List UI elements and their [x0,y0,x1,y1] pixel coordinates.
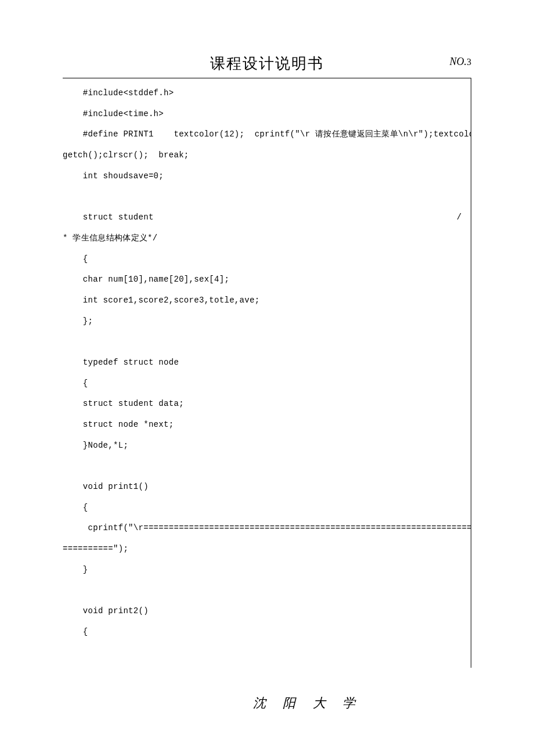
page-no-prefix: NO. [449,56,467,67]
code-block: #include<stddef.h> #include<time.h> #def… [63,78,471,643]
content-frame: #include<stddef.h> #include<time.h> #def… [63,78,471,668]
document-title: 课程设计说明书 [210,53,324,74]
document-footer: 沈 阳 大 学 [0,694,534,712]
university-name: 沈 阳 大 学 [253,696,363,710]
page-no-value: 3 [467,57,471,67]
page-number: NO.3 [449,56,471,68]
